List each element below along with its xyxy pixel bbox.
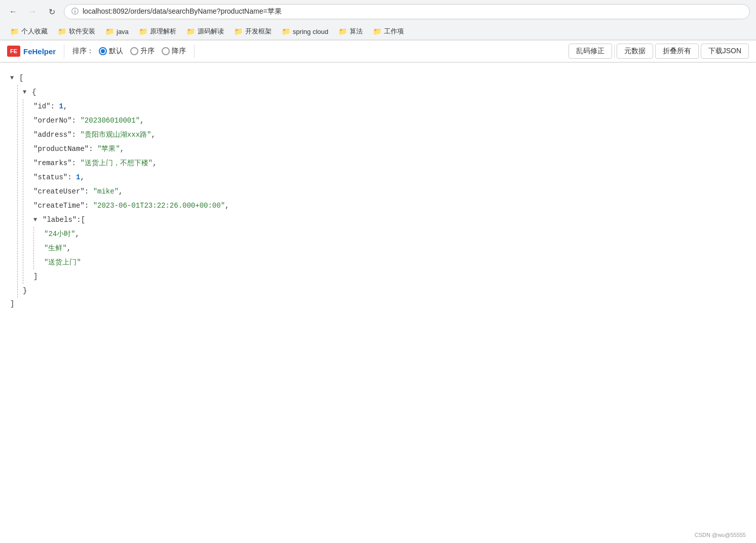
folder-icon: 📁 xyxy=(10,27,19,35)
browser-toolbar: ← → ↻ ⓘ localhost:8092/orders/data/searc… xyxy=(0,0,756,23)
fehelper-logo-icon: FE xyxy=(7,46,20,57)
labels-toggle[interactable]: ▼ xyxy=(33,214,41,226)
json-content: ▼ [ ▼ { "id": 1, "orderNo": "20230601000… xyxy=(0,63,756,468)
obj-toggle[interactable]: ▼ xyxy=(23,86,30,98)
bookmark-item[interactable]: 📁开发框架 xyxy=(230,25,276,37)
field-createUser: "createUser": "mike", xyxy=(33,184,229,199)
refresh-button[interactable]: ↻ xyxy=(45,5,59,19)
bookmark-item[interactable]: 📁个人收藏 xyxy=(6,25,52,37)
bookmark-item[interactable]: 📁工作项 xyxy=(369,25,408,37)
sort-desc[interactable]: 降序 xyxy=(162,47,186,56)
sort-asc[interactable]: 升序 xyxy=(130,47,155,56)
address-bar[interactable]: ⓘ localhost:8092/orders/data/searchByNam… xyxy=(64,4,750,19)
bookmark-item[interactable]: 📁原理解析 xyxy=(135,25,180,37)
browser-chrome: ← → ↻ ⓘ localhost:8092/orders/data/searc… xyxy=(0,0,756,41)
fehelper-toolbar: FE FeHelper 排序： 默认 升序 降序 乱码修正 元数据 折叠所有 下… xyxy=(0,41,756,63)
sort-label: 排序： xyxy=(72,47,94,56)
field-address: "address": "贵阳市观山湖xxx路", xyxy=(33,128,229,142)
field-status: "status": 1, xyxy=(33,170,229,184)
bookmark-label: 个人收藏 xyxy=(21,27,48,36)
metadata-button[interactable]: 元数据 xyxy=(617,44,653,59)
bookmark-label: java xyxy=(117,28,129,35)
download-json-button[interactable]: 下载JSON xyxy=(701,44,749,59)
sort-default-label: 默认 xyxy=(109,47,123,56)
sort-section: 排序： 默认 升序 降序 xyxy=(72,47,186,56)
folder-icon: 📁 xyxy=(186,27,195,35)
field-remarks: "remarks": "送货上门，不想下楼", xyxy=(33,156,229,170)
label-item-1: "生鲜", xyxy=(44,241,229,255)
bookmarks-bar: 📁个人收藏📁软件安装📁java📁原理解析📁源码解读📁开发框架📁spring cl… xyxy=(0,23,756,40)
bookmark-label: 源码解读 xyxy=(198,27,224,36)
forward-button[interactable]: → xyxy=(25,5,40,19)
sort-asc-radio[interactable] xyxy=(130,47,138,55)
fehelper-logo-text: FeHelper xyxy=(23,47,56,56)
bookmark-label: 开发框架 xyxy=(245,27,272,36)
bookmark-label: 工作项 xyxy=(384,27,404,36)
bookmark-item[interactable]: 📁软件安装 xyxy=(54,25,99,37)
bookmark-item[interactable]: 📁源码解读 xyxy=(182,25,228,37)
collapse-all-button[interactable]: 折叠所有 xyxy=(655,44,699,59)
separator-2 xyxy=(194,44,195,58)
folder-icon: 📁 xyxy=(139,27,147,35)
back-button[interactable]: ← xyxy=(6,5,20,19)
bookmark-label: 算法 xyxy=(350,27,363,36)
fehelper-logo: FE FeHelper xyxy=(7,46,56,57)
folder-icon: 📁 xyxy=(58,27,66,35)
info-icon: ⓘ xyxy=(71,7,79,16)
garbled-fix-button[interactable]: 乱码修正 xyxy=(569,44,612,59)
bookmark-item[interactable]: 📁spring cloud xyxy=(278,26,332,37)
field-labels: ▼ "labels": [ "24小时", "生鲜", "送货上门" xyxy=(33,213,229,284)
root-open-bracket: [ xyxy=(19,71,23,85)
bookmark-item[interactable]: 📁算法 xyxy=(334,25,367,37)
field-orderNo: "orderNo": "202306010001", xyxy=(33,113,229,128)
label-item-0: "24小时", xyxy=(44,227,229,241)
folder-icon: 📁 xyxy=(373,27,382,35)
obj-close: } xyxy=(23,284,229,298)
sort-radio-group: 默认 升序 降序 xyxy=(99,47,186,56)
field-productName: "productName": "苹果", xyxy=(33,142,229,156)
bookmark-label: 软件安装 xyxy=(69,27,95,36)
folder-icon: 📁 xyxy=(282,27,290,35)
toolbar-buttons: 乱码修正 元数据 折叠所有 下载JSON xyxy=(569,44,749,59)
root-toggle[interactable]: ▼ xyxy=(10,72,17,84)
field-createTime: "createTime": "2023-06-01T23:22:26.000+0… xyxy=(33,199,229,213)
field-id: "id": 1, xyxy=(33,99,229,113)
folder-icon: 📁 xyxy=(234,27,243,35)
label-item-2: "送货上门" xyxy=(44,255,229,269)
obj-open: { xyxy=(32,85,36,99)
sort-default-radio[interactable] xyxy=(99,47,107,55)
sort-default[interactable]: 默认 xyxy=(99,47,123,56)
separator-3 xyxy=(614,44,615,58)
url-text: localhost:8092/orders/data/searchByName?… xyxy=(83,7,282,16)
bookmark-label: 原理解析 xyxy=(150,27,176,36)
folder-icon: 📁 xyxy=(105,27,114,35)
sort-desc-radio[interactable] xyxy=(162,47,170,55)
sort-asc-label: 升序 xyxy=(140,47,155,56)
labels-close: ] xyxy=(33,269,229,284)
bookmark-label: spring cloud xyxy=(293,28,328,35)
root-close-bracket: ] xyxy=(10,298,746,311)
folder-icon: 📁 xyxy=(338,27,347,35)
sort-desc-label: 降序 xyxy=(172,47,186,56)
separator-1 xyxy=(64,44,64,58)
bookmark-item[interactable]: 📁java xyxy=(101,26,133,37)
